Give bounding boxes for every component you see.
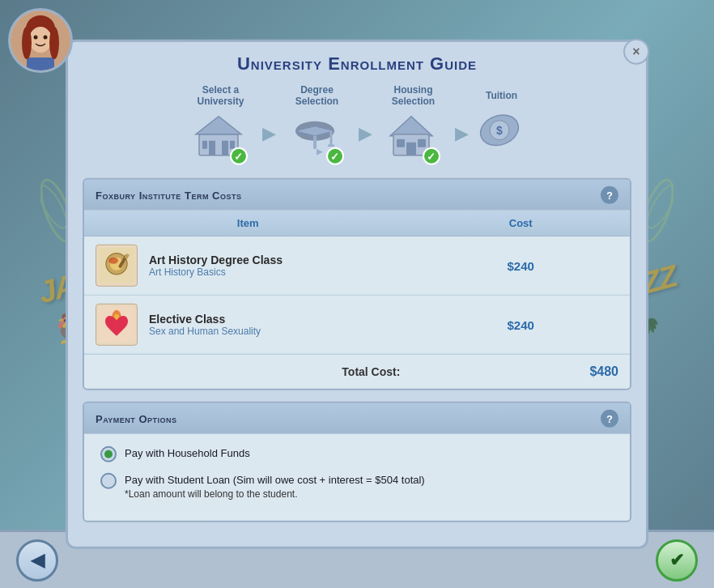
item-icon-1 [96, 304, 138, 346]
payment-option-0[interactable]: Pay with Household Funds [100, 445, 614, 462]
costs-header: Foxbury Institute Term Costs ? [84, 180, 630, 211]
step-2-icon: ✓ [289, 110, 346, 167]
item-title-0: Art History Degree Class [149, 254, 283, 266]
item-subtitle-1: Sex and Human Sexuality [149, 326, 261, 337]
payment-sub-label-1: *Loan amount will belong to the student. [125, 488, 425, 499]
svg-rect-19 [222, 141, 228, 156]
payment-label-1: Pay with Student Loan (Sim will owe cost… [125, 472, 425, 500]
svg-point-14 [22, 27, 32, 59]
back-button[interactable]: ◀ [16, 539, 58, 582]
step-3-label: Housing Selection [377, 84, 450, 107]
arrow-1: ▶ [257, 123, 281, 144]
payment-main-label-0: Pay with Household Funds [125, 445, 250, 462]
radio-0[interactable] [100, 446, 117, 462]
enrollment-steps: Select a University ✓ ▶ Degree Selection [68, 79, 646, 178]
step-3-check: ✓ [423, 147, 440, 165]
payment-header: Payment Options ? [84, 403, 630, 434]
svg-rect-31 [397, 139, 405, 147]
col-item-header: Item [84, 211, 411, 236]
step-4-label: Tuition [486, 90, 517, 101]
table-row: Art History Degree ClassArt History Basi… [84, 236, 630, 295]
svg-marker-17 [196, 117, 241, 134]
step-1-label: Select a University [185, 84, 257, 107]
svg-rect-20 [202, 141, 207, 149]
svg-marker-25 [317, 149, 323, 156]
payment-main-label-1: Pay with Student Loan (Sim will owe cost… [125, 472, 425, 488]
item-icon-0 [96, 245, 138, 287]
svg-point-15 [49, 27, 59, 59]
costs-table: Item Cost Art History Degree ClassArt Hi… [84, 211, 630, 389]
item-info-0: Art History Degree ClassArt History Basi… [149, 254, 283, 278]
svg-point-12 [44, 36, 48, 40]
table-header-row: Item Cost [84, 211, 630, 236]
total-amount: $480 [411, 354, 630, 389]
item-subtitle-0: Art History Basics [149, 266, 283, 278]
step-2-label: Degree Selection [281, 84, 354, 107]
item-cell-1: Elective ClassSex and Human Sexuality [84, 295, 411, 354]
svg-rect-24 [313, 136, 317, 149]
arrow-3: ▶ [450, 123, 474, 144]
svg-rect-30 [406, 143, 416, 156]
svg-point-10 [29, 27, 52, 53]
step-housing-selection: Housing Selection ✓ [377, 84, 450, 167]
confirm-button[interactable]: ✔ [656, 539, 698, 582]
col-cost-header: Cost [411, 211, 630, 236]
costs-section: Foxbury Institute Term Costs ? Item Cost [83, 178, 631, 390]
svg-text:$: $ [496, 124, 503, 137]
step-3-icon: ✓ [385, 110, 442, 167]
payment-title: Payment Options [96, 412, 177, 424]
svg-marker-28 [390, 117, 432, 136]
payment-option-1[interactable]: Pay with Student Loan (Sim will owe cost… [100, 472, 614, 500]
total-row: Total Cost: $480 [84, 354, 630, 389]
step-4-icon: $ [474, 104, 530, 161]
dialog-title: University Enrollment Guide [68, 42, 646, 79]
item-info-1: Elective ClassSex and Human Sexuality [149, 313, 261, 337]
payment-section: Payment Options ? Pay with Household Fun… [83, 402, 631, 522]
step-degree-selection: Degree Selection ✓ [281, 84, 354, 167]
main-dialog: × University Enrollment Guide Select a U… [66, 40, 648, 549]
svg-rect-13 [27, 58, 54, 70]
avatar [8, 8, 73, 73]
svg-rect-18 [209, 141, 215, 156]
step-2-check: ✓ [326, 147, 344, 165]
radio-1[interactable] [100, 473, 117, 489]
costs-title: Foxbury Institute Term Costs [96, 189, 241, 201]
svg-point-41 [108, 258, 118, 264]
step-1-check: ✓ [230, 147, 248, 165]
cost-cell-1: $240 [411, 295, 630, 354]
item-cell-0: Art History Degree ClassArt History Basi… [84, 236, 411, 295]
svg-point-11 [34, 36, 38, 40]
total-label: Total Cost: [84, 354, 411, 389]
payment-label-0: Pay with Household Funds [125, 445, 250, 462]
step-tuition: Tuition $ [474, 90, 530, 161]
step-select-university: Select a University ✓ [185, 84, 257, 167]
step-1-icon: ✓ [193, 110, 249, 167]
payment-help-button[interactable]: ? [601, 410, 618, 428]
arrow-2: ▶ [354, 123, 377, 144]
close-button[interactable]: × [623, 39, 649, 65]
payment-body: Pay with Household FundsPay with Student… [84, 434, 630, 521]
table-row: Elective ClassSex and Human Sexuality$24… [84, 295, 630, 354]
svg-rect-32 [418, 139, 426, 147]
cost-cell-0: $240 [411, 236, 630, 295]
item-title-1: Elective Class [149, 313, 261, 326]
costs-help-button[interactable]: ? [601, 186, 618, 204]
